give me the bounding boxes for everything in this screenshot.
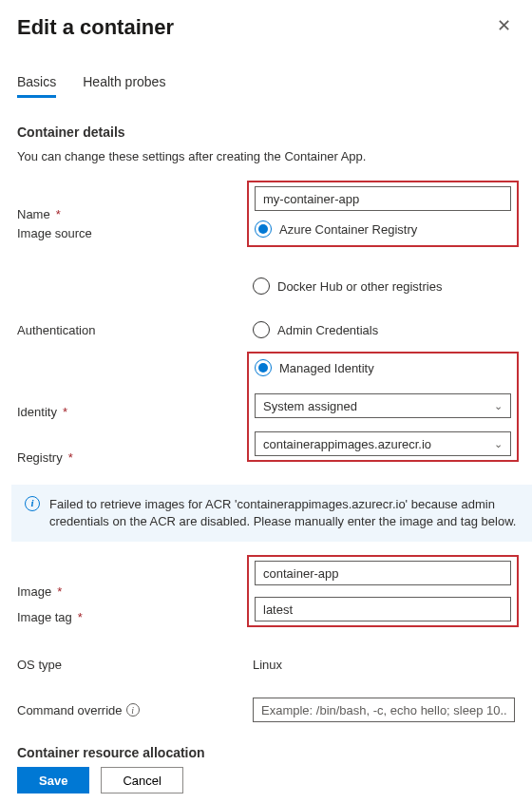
os-type-label: OS type [17,658,253,672]
cancel-button[interactable]: Cancel [101,767,182,793]
command-override-input[interactable] [253,698,515,722]
auth-admin-radio[interactable]: Admin Credentials [253,321,515,338]
identity-dropdown[interactable]: System assigned ⌄ [255,393,511,418]
container-details-heading: Container details [17,124,515,140]
auth-managed-identity-radio[interactable]: Managed Identity [255,359,511,376]
info-icon: i [25,496,40,511]
registry-dropdown[interactable]: containerappimages.azurecr.io ⌄ [255,431,511,456]
save-button[interactable]: Save [17,767,89,793]
name-label: Name* [17,207,253,221]
panel-title: Edit a container [17,15,174,40]
image-label: Image* [17,584,253,599]
authentication-label: Authentication [17,323,253,337]
chevron-down-icon: ⌄ [494,400,503,412]
info-message: i Failed to retrieve images for ACR 'con… [11,485,532,542]
image-source-docker-radio[interactable]: Docker Hub or other registries [253,277,515,295]
image-tag-input[interactable] [255,597,511,621]
tab-basics[interactable]: Basics [17,74,56,98]
container-details-desc: You can change these settings after crea… [17,149,515,163]
chevron-down-icon: ⌄ [494,438,503,450]
image-source-label: Image source [17,226,253,240]
image-source-acr-radio[interactable]: Azure Container Registry [255,220,511,238]
close-icon[interactable]: ✕ [493,15,515,36]
tab-health-probes[interactable]: Health probes [83,74,165,98]
command-override-label: Command override i [17,703,253,717]
info-icon[interactable]: i [126,703,140,717]
tabs: Basics Health probes [17,74,515,98]
os-type-value: Linux [253,658,282,672]
name-input[interactable] [255,186,511,211]
image-input[interactable] [255,561,511,585]
